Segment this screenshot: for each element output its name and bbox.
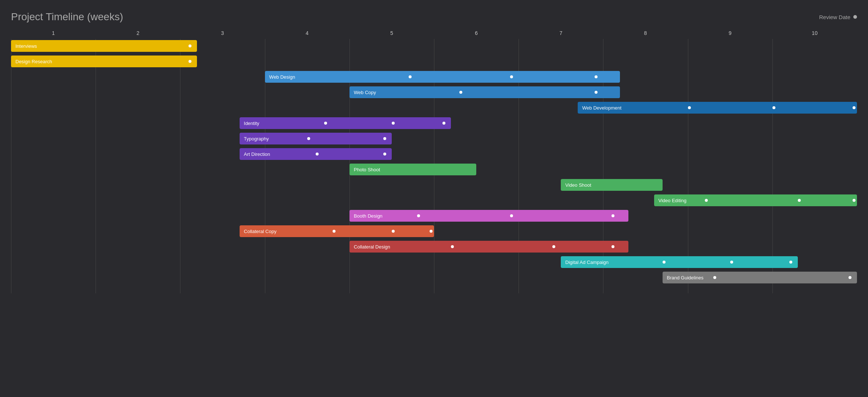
title-subtitle: (weeks) (87, 11, 123, 22)
bar-label: Typography (244, 136, 269, 142)
bar-row: Design Research (11, 54, 857, 68)
milestone-dot (442, 122, 445, 125)
milestone-dot (595, 75, 598, 78)
bar-row: Web Development (11, 101, 857, 115)
bar-row: Video Shoot (11, 178, 857, 192)
week-label: 10 (772, 30, 857, 36)
milestone-dot (324, 122, 327, 125)
milestone-dot (316, 153, 319, 155)
milestone-dot (730, 261, 733, 264)
milestone-dot (383, 153, 386, 155)
bar-row: Photo Shoot (11, 162, 857, 176)
bar-label: Photo Shoot (354, 167, 380, 172)
bar-label: Design Research (15, 59, 52, 64)
page-title: Project Timeline (weeks) (11, 11, 123, 23)
task-bar: Photo Shoot (349, 164, 476, 175)
milestone-dot (392, 122, 395, 125)
week-label: 2 (96, 30, 180, 36)
task-bar: Identity (240, 117, 451, 129)
task-bar: Web Design (265, 71, 620, 83)
milestone-dot (849, 276, 851, 279)
task-bar: Collateral Design (349, 241, 629, 253)
milestone-dot (459, 91, 462, 94)
bar-label: Video Editing (659, 198, 686, 203)
bar-label: Collateral Design (354, 244, 390, 250)
bar-label: Collateral Copy (244, 229, 277, 234)
milestone-dot (713, 276, 716, 279)
milestone-dot (189, 60, 191, 63)
milestone-dot (552, 245, 555, 248)
bar-row: Collateral Design (11, 240, 857, 254)
review-dot-icon (853, 15, 857, 19)
bar-label: Web Development (582, 105, 621, 111)
bar-label: Art Direction (244, 151, 270, 157)
week-label: 3 (180, 30, 265, 36)
bar-label: Identity (244, 121, 259, 126)
milestone-dot (409, 75, 412, 78)
milestone-dot (853, 106, 856, 109)
milestone-dot (189, 44, 191, 47)
week-label: 7 (519, 30, 603, 36)
task-bar: Typography (240, 133, 392, 144)
milestone-dot (853, 199, 856, 202)
bar-row: Brand Guidelines (11, 271, 857, 285)
week-label: 5 (349, 30, 434, 36)
review-date: Review Date (819, 14, 857, 20)
milestone-dot (510, 214, 513, 217)
milestone-dot (772, 106, 775, 109)
task-bar: Video Shoot (561, 179, 662, 191)
milestone-dot (611, 214, 614, 217)
task-bar: Web Copy (349, 86, 620, 98)
milestone-dot (333, 230, 336, 233)
milestone-dot (430, 230, 433, 233)
week-label: 8 (603, 30, 688, 36)
bar-row: Typography (11, 132, 857, 146)
bar-label: Digital Ad Campaign (565, 260, 609, 265)
task-bar: Digital Ad Campaign (561, 256, 798, 268)
milestone-dot (663, 261, 666, 264)
milestone-dot (510, 75, 513, 78)
bar-label: Booth Design (354, 213, 383, 219)
bars-area: InterviewsDesign ResearchWeb DesignWeb C… (11, 39, 857, 293)
bar-label: Interviews (15, 43, 37, 49)
bar-row: Interviews (11, 39, 857, 53)
task-bar: Video Editing (654, 194, 857, 206)
task-bar: Booth Design (349, 210, 629, 222)
task-bar: Collateral Copy (240, 225, 434, 237)
week-label: 6 (434, 30, 519, 36)
milestone-dot (451, 245, 454, 248)
week-label: 4 (265, 30, 349, 36)
bar-row: Booth Design (11, 209, 857, 223)
task-bar: Art Direction (240, 148, 392, 160)
milestone-dot (392, 230, 395, 233)
bar-row: Collateral Copy (11, 224, 857, 238)
milestone-dot (789, 261, 792, 264)
milestone-dot (383, 137, 386, 140)
bar-row: Identity (11, 116, 857, 130)
bar-row: Video Editing (11, 193, 857, 207)
bar-label: Brand Guidelines (667, 275, 704, 280)
title-main: Project Timeline (11, 11, 84, 22)
milestone-dot (595, 91, 598, 94)
chart-area: 12345678910 InterviewsDesign ResearchWeb… (11, 30, 857, 293)
milestone-dot (611, 245, 614, 248)
task-bar: Design Research (11, 56, 197, 67)
bar-label: Web Design (269, 74, 295, 80)
milestone-dot (307, 137, 310, 140)
review-label: Review Date (819, 14, 850, 20)
milestone-dot (688, 106, 691, 109)
week-label: 9 (688, 30, 772, 36)
bar-row: Web Design (11, 70, 857, 84)
bar-label: Video Shoot (565, 182, 591, 188)
bar-row: Web Copy (11, 85, 857, 99)
bar-row: Digital Ad Campaign (11, 255, 857, 269)
page-header: Project Timeline (weeks) Review Date (11, 11, 857, 23)
task-bar: Web Development (578, 102, 857, 114)
milestone-dot (705, 199, 708, 202)
task-bar: Brand Guidelines (663, 272, 857, 283)
task-bar: Interviews (11, 40, 197, 52)
week-labels: 12345678910 (11, 30, 857, 36)
milestone-dot (417, 214, 420, 217)
bar-label: Web Copy (354, 90, 376, 95)
bar-row: Art Direction (11, 147, 857, 161)
